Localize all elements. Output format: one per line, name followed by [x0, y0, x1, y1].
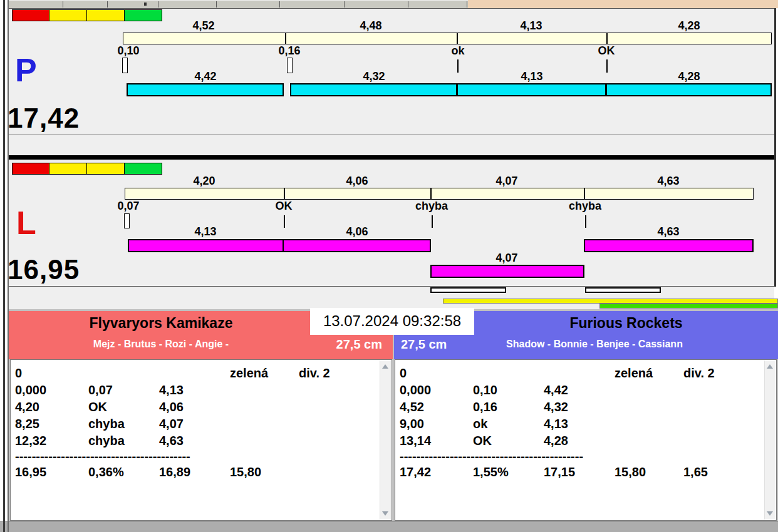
green-progress-bar: [599, 304, 778, 309]
p-mark-label: 0,16: [278, 45, 300, 57]
signal-yellow-block: [86, 163, 125, 175]
l-split-top-label: 4,06: [346, 175, 368, 187]
p-run-bar: [457, 83, 606, 96]
l-split-bottom-label: 4,06: [346, 226, 368, 238]
cell: 4,13: [159, 382, 184, 398]
signal-yellow-block: [49, 163, 87, 175]
top-toolbar: [9, 0, 468, 8]
right-team-name: Furious Rockets: [474, 315, 778, 331]
cell: 17,42: [400, 464, 431, 480]
signal-green-block: [124, 9, 162, 21]
p-split-bottom-label: 4,32: [363, 71, 385, 83]
scroll-down-icon[interactable]: [767, 511, 773, 516]
window-right-border: [774, 8, 776, 287]
lane-p-letter: P: [15, 54, 37, 86]
p-mark-label: OK: [598, 45, 615, 57]
l-run-bar: [128, 239, 284, 252]
cell: 4,42: [544, 382, 568, 398]
l-mark-label: chyba: [415, 200, 448, 212]
l-mark-label: chyba: [569, 200, 601, 212]
scroll-down-icon[interactable]: [382, 511, 388, 516]
l-split-top-label: 4,63: [657, 175, 679, 187]
lane-p-total: 17,42: [8, 104, 80, 133]
cell: zelená: [615, 365, 653, 381]
p-run-bar: [127, 83, 284, 96]
cell: 15,80: [230, 464, 261, 480]
toolbar-tick: [158, 1, 158, 8]
bar-divider: [430, 188, 432, 199]
p-mark-label: ok: [451, 45, 464, 57]
right-panel-scrollbar[interactable]: [764, 361, 775, 519]
window-left-border: [3, 0, 5, 532]
table-row: 4,20 OK 4,06: [11, 399, 379, 416]
right-jump-height: 27,5 cm: [401, 337, 447, 352]
cell: 4,20: [15, 399, 39, 415]
table-row: 9,00 ok 4,13: [395, 416, 764, 432]
toolbar-tick: [279, 1, 280, 8]
cell: 16,95: [15, 464, 46, 480]
cell: 15,80: [615, 464, 646, 480]
cell: div. 2: [299, 365, 330, 381]
tick-line: [432, 215, 433, 228]
scroll-up-icon[interactable]: [382, 364, 388, 369]
left-team-members: Mejz - Brutus - Rozi - Angie -: [9, 338, 313, 350]
table-row: 0,000 0,10 4,42: [395, 382, 764, 399]
left-results-panel[interactable]: 0 zelená div. 2 0,000 0,07 4,13 4,20 OK …: [10, 359, 392, 521]
yellow-progress-bar: [443, 299, 778, 304]
cell: 4,28: [544, 432, 568, 449]
cell: 9,00: [400, 416, 424, 432]
tick-line: [457, 59, 459, 73]
right-team-members: Shadow - Bonnie - Benjee - Cassiann: [438, 338, 751, 350]
toolbar-tick: [344, 1, 345, 8]
tick-line: [284, 215, 285, 228]
cell: 17,15: [544, 464, 575, 480]
l-run-bar: [283, 239, 431, 252]
signal-red-block: [12, 163, 49, 175]
l-rerun-label: 4,07: [495, 252, 517, 264]
cell: 4,07: [159, 416, 184, 432]
bar-divider: [285, 33, 286, 44]
toolbar-dot-icon: [144, 3, 147, 6]
toolbar-tick: [467, 1, 467, 8]
table-row: 0 zelená div. 2: [395, 365, 764, 382]
l-mark-label: 0,07: [117, 200, 139, 212]
bar-divider: [584, 188, 585, 199]
pass-window-box: [585, 287, 661, 293]
l-split-bottom-label: 4,63: [657, 226, 679, 238]
cell: 16,89: [159, 464, 190, 480]
lane-l-letter: L: [16, 207, 36, 239]
lane-p-underline: [9, 135, 774, 135]
table-row: 13,14 OK 4,28: [395, 432, 764, 449]
l-rerun-bar: [430, 265, 584, 278]
p-split-bottom-label: 4,42: [194, 71, 216, 83]
cell: 13,14: [400, 432, 431, 449]
cell: OK: [88, 399, 107, 415]
cell: chyba: [88, 416, 125, 432]
cell: 4,32: [544, 399, 568, 415]
cell: 4,52: [400, 399, 424, 415]
table-row: 8,25 chyba 4,07: [11, 416, 379, 432]
footer-strip: [0, 521, 778, 532]
separator-row: ----------------------------------------…: [395, 448, 764, 465]
cell: 0,07: [88, 382, 113, 398]
p-reference-bar: [123, 33, 772, 44]
lane-separator: [9, 155, 774, 160]
start-tick-box: [122, 58, 128, 73]
right-results-panel[interactable]: 0 zelená div. 2 0,000 0,10 4,42 4,52 0,1…: [395, 359, 777, 521]
toolbar-tick: [216, 1, 217, 8]
separator-row: ----------------------------------------…: [11, 448, 379, 465]
p-split-bottom-label: 4,28: [678, 71, 700, 83]
cell: 0,000: [15, 382, 46, 398]
l-split-top-label: 4,20: [193, 175, 215, 187]
p-run-bar: [606, 83, 772, 96]
scroll-up-icon[interactable]: [767, 364, 773, 369]
l-split-bottom-label: 4,13: [194, 226, 216, 238]
cell: 8,25: [15, 416, 39, 432]
cell: 0,16: [473, 399, 497, 415]
left-jump-height: 27,5 cm: [313, 337, 382, 352]
timestamp: 13.07.2024 09:32:58: [310, 308, 474, 335]
left-panel-scrollbar[interactable]: [380, 361, 391, 519]
cell: 4,06: [159, 399, 184, 415]
cell: 0: [400, 365, 407, 381]
l-split-top-label: 4,07: [495, 175, 517, 187]
